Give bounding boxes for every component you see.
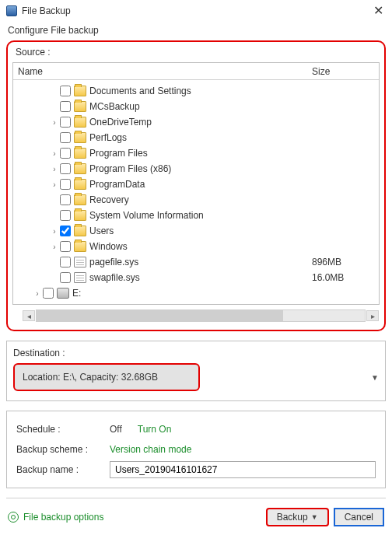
cancel-button-label: Cancel (345, 512, 373, 523)
tree-item-label: MCsBackup (89, 101, 312, 112)
expand-icon[interactable]: › (49, 243, 60, 251)
tree-item-label: OneDriveTemp (89, 117, 312, 128)
scheme-label: Backup scheme : (16, 444, 102, 455)
tree-item-label: Recovery (89, 194, 312, 205)
tree-item-label: Program Files (x86) (89, 163, 312, 174)
backup-name-label: Backup name : (16, 464, 102, 475)
tree-item-label: E: (72, 288, 312, 299)
tree-item-label: System Volume Information (89, 210, 312, 221)
tree-row[interactable]: MCsBackup (13, 99, 379, 114)
page-subtitle: Configure File backup (0, 22, 392, 40)
tree-checkbox[interactable] (60, 163, 71, 174)
tree-row[interactable]: PerfLogs (13, 130, 379, 145)
schedule-row: Schedule : Off Turn On (16, 419, 376, 439)
tree-checkbox[interactable] (60, 272, 71, 283)
folder-icon (74, 163, 86, 174)
file-backup-options-link[interactable]: File backup options (8, 512, 103, 523)
column-name[interactable]: Name (18, 66, 312, 77)
expand-icon[interactable]: › (32, 289, 43, 298)
scroll-thumb[interactable] (37, 310, 283, 321)
tree-header: Name Size (13, 63, 379, 80)
tree-item-label: swapfile.sys (89, 272, 312, 283)
scroll-left-icon[interactable]: ◂ (23, 310, 35, 321)
tree-row[interactable]: pagefile.sys896MB (13, 254, 379, 270)
window-title: File Backup (22, 5, 71, 16)
close-icon[interactable]: ✕ (370, 5, 386, 17)
tree-checkbox[interactable] (43, 288, 54, 299)
folder-icon (74, 101, 86, 112)
separator (6, 498, 386, 498)
tree-item-label: PerfLogs (89, 132, 312, 143)
expand-icon[interactable]: › (49, 227, 60, 236)
tree-checkbox[interactable] (60, 148, 71, 159)
scheme-value-link[interactable]: Version chain mode (110, 444, 191, 455)
cancel-button[interactable]: Cancel (334, 508, 384, 526)
tree-checkbox[interactable] (60, 132, 71, 143)
footer: File backup options Backup ▼ Cancel (0, 503, 392, 534)
folder-icon (74, 226, 86, 236)
expand-icon[interactable]: › (49, 180, 60, 189)
folder-icon (74, 148, 86, 159)
schedule-turn-on-link[interactable]: Turn On (138, 424, 172, 435)
expand-icon[interactable]: › (49, 165, 60, 173)
gear-icon (8, 512, 19, 523)
tree-checkbox[interactable] (60, 257, 71, 268)
tree-row[interactable]: System Volume Information (13, 208, 379, 223)
tree-item-label: Windows (89, 241, 312, 252)
tree-row[interactable]: ›Program Files (x86) (13, 161, 379, 177)
tree-row[interactable]: ›OneDriveTemp (13, 114, 379, 130)
drive-icon (57, 288, 69, 299)
tree-row[interactable]: Documents and Settings (13, 83, 379, 99)
destination-dropdown[interactable]: Location: E:\, Capacity: 32.68GB (13, 363, 200, 391)
tree-checkbox[interactable] (60, 179, 71, 190)
tree-row[interactable]: ›E: (13, 285, 379, 301)
horizontal-scrollbar[interactable]: ◂ ▸ (36, 309, 366, 322)
folder-icon (74, 117, 86, 128)
scroll-right-icon[interactable]: ▸ (366, 310, 379, 321)
tree-item-label: Users (89, 226, 312, 236)
backup-name-input[interactable] (110, 461, 376, 478)
source-label: Source : (16, 47, 376, 58)
backup-name-row: Backup name : (16, 460, 376, 480)
folder-icon (74, 86, 86, 96)
tree-row[interactable]: swapfile.sys16.0MB (13, 270, 379, 285)
file-icon (74, 272, 86, 283)
schedule-status: Off (110, 424, 122, 435)
expand-icon[interactable]: › (49, 118, 60, 127)
tree-checkbox[interactable] (60, 117, 71, 128)
column-size[interactable]: Size (312, 66, 374, 77)
tree-checkbox[interactable] (60, 226, 71, 236)
folder-icon (74, 194, 86, 205)
tree-item-size: 16.0MB (312, 272, 374, 283)
folder-icon (74, 132, 86, 143)
tree-row[interactable]: ›ProgramData (13, 177, 379, 192)
tree-row[interactable]: ›Windows (13, 239, 379, 254)
options-label: File backup options (23, 512, 103, 523)
tree-item-size: 896MB (312, 257, 374, 268)
tree-checkbox[interactable] (60, 241, 71, 252)
tree-row[interactable]: Recovery (13, 192, 379, 208)
tree-checkbox[interactable] (60, 194, 71, 205)
title-bar: File Backup ✕ (0, 0, 392, 22)
source-section: Source : Name Size Documents and Setting… (6, 40, 386, 331)
backup-button-label: Backup (277, 512, 308, 523)
tree-row[interactable]: ›Users (13, 223, 379, 239)
chevron-down-icon[interactable]: ▼ (371, 373, 379, 382)
folder-icon (74, 210, 86, 221)
file-icon (74, 257, 86, 268)
tree-checkbox[interactable] (60, 101, 71, 112)
tree-body: Documents and SettingsMCsBackup›OneDrive… (13, 80, 379, 304)
destination-section: Destination : Location: E:\, Capacity: 3… (6, 341, 386, 401)
expand-icon[interactable]: › (49, 149, 60, 158)
tree-item-label: pagefile.sys (89, 257, 312, 268)
tree-row[interactable]: ›Program Files (13, 145, 379, 161)
backup-button[interactable]: Backup ▼ (266, 508, 329, 526)
schedule-label: Schedule : (16, 424, 102, 435)
tree-checkbox[interactable] (60, 210, 71, 221)
scheme-row: Backup scheme : Version chain mode (16, 439, 376, 460)
app-icon (6, 5, 17, 16)
destination-value: Location: E:\, Capacity: 32.68GB (23, 372, 158, 383)
folder-icon (74, 241, 86, 252)
source-tree: Name Size Documents and SettingsMCsBacku… (12, 62, 380, 305)
tree-checkbox[interactable] (60, 86, 71, 96)
